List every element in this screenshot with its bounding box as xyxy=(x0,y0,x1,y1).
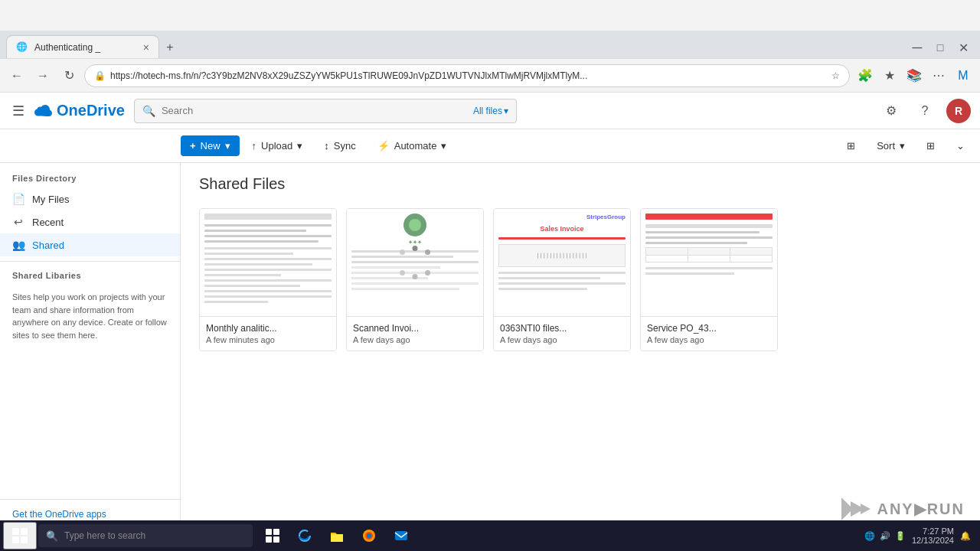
toolbar-right: ⊞ Sort ▾ ⊞ ⌄ xyxy=(838,135,974,156)
file-date-2: A few days ago xyxy=(353,335,477,344)
sync-button[interactable]: ↕ Sync xyxy=(315,135,364,156)
settings-button[interactable]: ⚙ xyxy=(879,99,903,123)
sort-button[interactable]: Sort ▾ xyxy=(867,135,914,156)
favorites-button[interactable]: ★ xyxy=(879,65,900,86)
network-icon[interactable]: 🌐 xyxy=(864,531,875,541)
browser-tab-active[interactable]: 🌐 Authenticating _ × xyxy=(6,35,159,58)
file-thumbnail-3: StripesGroup Sales Invoice |||||||||||||… xyxy=(494,209,630,316)
search-input[interactable] xyxy=(162,105,467,116)
sidebar-divider xyxy=(0,261,180,262)
outlook-icon xyxy=(394,528,409,543)
taskbar-system-icons: 🌐 🔊 🔋 xyxy=(864,531,906,541)
taskbar-edge-app[interactable] xyxy=(289,522,320,549)
edge-sidebar-button[interactable]: M xyxy=(952,65,974,86)
taskbar-clock[interactable]: 7:27 PM 12/13/2024 xyxy=(912,527,954,545)
taskbar-task-view[interactable] xyxy=(257,522,288,549)
refresh-button[interactable]: ↻ xyxy=(58,65,80,86)
plus-icon: + xyxy=(190,140,196,152)
upload-label: Upload xyxy=(261,140,292,152)
filter-button[interactable]: ⊞ xyxy=(838,135,864,156)
file-card-1[interactable]: Monthly analitic... A few minutes ago xyxy=(199,208,337,351)
svg-rect-9 xyxy=(266,536,272,543)
sidebar-item-shared[interactable]: 👥 Shared xyxy=(0,233,180,256)
new-label: New xyxy=(201,140,220,152)
start-button[interactable] xyxy=(3,522,37,549)
onedrive-header: ☰ OneDrive 🔍 All files ▾ ⚙ ? xyxy=(0,93,980,129)
address-bar[interactable]: 🔒 https://hotech-ms.fn/n/?c3Y9bzM2NV8xX2… xyxy=(84,64,850,87)
forward-button[interactable]: → xyxy=(32,65,54,86)
my-files-icon: 📄 xyxy=(12,193,24,205)
sidebar-item-my-files[interactable]: 📄 My Files xyxy=(0,187,180,210)
taskbar: 🔍 Type here to search xyxy=(0,520,980,551)
more-options-button[interactable]: ⌄ xyxy=(947,135,974,156)
upload-button[interactable]: ↑ Upload ▾ xyxy=(243,135,312,156)
anyrun-logo-icon xyxy=(841,497,872,520)
lock-icon: 🔒 xyxy=(94,70,106,81)
minimize-button[interactable]: ─ xyxy=(906,37,928,58)
search-filter-dropdown[interactable]: All files ▾ xyxy=(473,106,508,116)
file-card-2[interactable]: ✦✦✦ xyxy=(346,208,484,351)
back-button[interactable]: ← xyxy=(6,65,28,86)
tab-title: Authenticating _ xyxy=(34,42,137,53)
filter-icon: ⊞ xyxy=(847,140,855,152)
tab-close-button[interactable]: × xyxy=(143,41,149,54)
file-card-3[interactable]: StripesGroup Sales Invoice |||||||||||||… xyxy=(493,208,631,351)
sidebar-item-my-files-label: My Files xyxy=(32,194,69,205)
upload-arrow-icon: ▾ xyxy=(297,140,302,152)
file-card-4[interactable]: Service PO_43... A few days ago xyxy=(640,208,778,351)
time-display: 7:27 PM xyxy=(912,527,954,536)
svg-rect-8 xyxy=(273,529,279,535)
automate-button[interactable]: ⚡ Automate ▾ xyxy=(368,135,456,156)
file-info-1: Monthly analitic... A few minutes ago xyxy=(200,316,336,350)
volume-icon[interactable]: 🔊 xyxy=(880,531,890,541)
close-window-button[interactable]: ✕ xyxy=(952,37,974,58)
new-tab-button[interactable]: + xyxy=(159,37,181,58)
taskbar-outlook[interactable] xyxy=(386,522,416,549)
taskbar-apps xyxy=(257,522,416,549)
svg-rect-6 xyxy=(21,536,28,543)
taskbar-search-icon: 🔍 xyxy=(46,530,58,542)
file-name-3: 0363NTI0 files... xyxy=(500,323,624,334)
anyrun-text: ANY▶RUN xyxy=(877,500,965,518)
settings-icon: ⚙ xyxy=(886,103,897,118)
user-avatar[interactable]: R xyxy=(946,99,971,123)
new-button[interactable]: + New ▾ xyxy=(181,135,240,156)
taskbar-search[interactable]: 🔍 Type here to search xyxy=(38,524,253,547)
help-button[interactable]: ? xyxy=(913,99,937,123)
search-icon: 🔍 xyxy=(142,105,155,117)
browser-tab-bar: 🌐 Authenticating _ × + ─ □ ✕ xyxy=(0,31,980,58)
restore-button[interactable]: □ xyxy=(929,37,951,58)
loading-overlay xyxy=(347,209,483,316)
nav-extra-icons: 🧩 ★ 📚 ⋯ M xyxy=(854,65,974,86)
taskbar-file-explorer[interactable] xyxy=(322,522,352,549)
view-toggle-button[interactable]: ⊞ xyxy=(917,135,944,156)
notification-icon[interactable]: 🔔 xyxy=(960,531,971,541)
automate-label: Automate xyxy=(394,140,437,152)
task-view-icon xyxy=(266,529,279,543)
firefox-icon xyxy=(361,528,377,543)
windows-logo-icon xyxy=(12,528,28,543)
sidebar-item-recent-label: Recent xyxy=(32,217,64,228)
loading-spinner xyxy=(398,246,432,279)
onedrive-logo-icon xyxy=(34,102,52,120)
browser-nav-bar: ← → ↻ 🔒 https://hotech-ms.fn/n/?c3Y9bzM2… xyxy=(0,58,980,92)
anyrun-logo: ANY▶RUN xyxy=(841,497,965,520)
file-info-2: Scanned Invoi... A few days ago xyxy=(347,316,483,350)
shared-icon: 👥 xyxy=(12,239,24,251)
onedrive-main: Files Directory 📄 My Files ↩ Recent 👥 Sh… xyxy=(0,163,980,551)
collections-button[interactable]: 📚 xyxy=(903,65,925,86)
search-bar[interactable]: 🔍 All files ▾ xyxy=(134,99,517,123)
tools-button[interactable]: ⋯ xyxy=(928,65,949,86)
file-thumbnail-1 xyxy=(200,209,336,316)
file-date-4: A few days ago xyxy=(647,335,771,344)
taskbar-firefox[interactable] xyxy=(354,522,384,549)
hamburger-menu-button[interactable]: ☰ xyxy=(9,99,28,122)
extensions-button[interactable]: 🧩 xyxy=(854,65,876,86)
header-right-area: ⚙ ? R xyxy=(879,99,971,123)
sidebar-item-recent[interactable]: ↩ Recent xyxy=(0,210,180,233)
chevron-down-icon: ⌄ xyxy=(956,140,965,152)
onedrive-logo-text: OneDrive xyxy=(57,102,125,119)
search-filter-arrow-icon: ▾ xyxy=(504,106,508,116)
search-filter-label: All files xyxy=(473,106,502,116)
file-thumbnail-4 xyxy=(641,209,777,316)
